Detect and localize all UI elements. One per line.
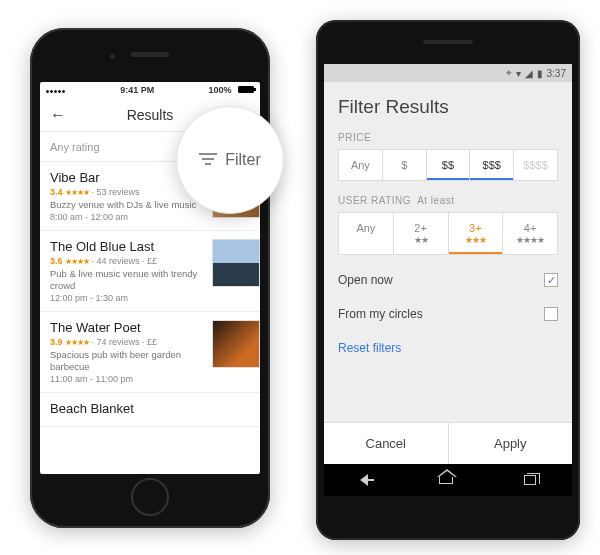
venue-meta: 3.9 ★★★★ · 74 reviews · ££ xyxy=(50,337,206,347)
apply-button[interactable]: Apply xyxy=(449,423,573,464)
price-option-any[interactable]: Any xyxy=(339,150,383,180)
android-status-bar: ⌖ ▾ ◢ ▮ 3:37 xyxy=(324,64,572,82)
android-screen: ⌖ ▾ ◢ ▮ 3:37 Filter Results PRICE Any $ … xyxy=(324,64,572,496)
battery-text: 100% xyxy=(208,85,231,95)
star-icon: ★★★★ xyxy=(65,188,89,197)
price-option-3[interactable]: $$$ xyxy=(470,150,514,180)
venue-hours: 8:00 am - 12:00 am xyxy=(50,212,206,222)
rating-segmented: Any 2+ ★★ 3+ ★★★ 4+ ★★★★ xyxy=(338,212,558,255)
venue-meta: 3.6 ★★★★ · 44 reviews · ££ xyxy=(50,256,206,266)
open-now-label: Open now xyxy=(338,273,393,287)
action-bar: Cancel Apply xyxy=(324,422,572,464)
rating-label: USER RATING At least xyxy=(324,189,572,212)
status-battery-group: 100% xyxy=(208,85,254,95)
rating-option-4[interactable]: 4+ ★★★★ xyxy=(503,213,557,254)
cancel-button[interactable]: Cancel xyxy=(324,423,449,464)
venue-desc: Pub & live music venue with trendy crowd xyxy=(50,268,206,291)
status-time: 3:37 xyxy=(547,68,566,79)
from-circles-checkbox[interactable] xyxy=(544,307,558,321)
price-label: PRICE xyxy=(324,126,572,149)
battery-icon: ▮ xyxy=(537,68,543,79)
nav-recent-icon[interactable] xyxy=(524,475,536,485)
battery-icon xyxy=(238,86,254,93)
venue-desc: Spacious pub with beer garden barbecue xyxy=(50,349,206,372)
star-icon: ★★★★ xyxy=(65,338,89,347)
iphone-device: 9:41 PM 100% ← Results Any rating Vibe B… xyxy=(30,28,270,528)
list-item[interactable]: Beach Blanket xyxy=(40,393,260,427)
page-title: Filter Results xyxy=(324,82,572,126)
list-item[interactable]: The Water Poet 3.9 ★★★★ · 74 reviews · £… xyxy=(40,312,260,393)
from-circles-label: From my circles xyxy=(338,307,423,321)
venue-name: The Water Poet xyxy=(50,320,206,335)
nav-home-icon[interactable] xyxy=(439,476,453,484)
price-option-1[interactable]: $ xyxy=(383,150,427,180)
open-now-row[interactable]: Open now ✓ xyxy=(324,263,572,297)
signal-icon xyxy=(46,85,66,95)
price-segmented: Any $ $$ $$$ $$$$ xyxy=(338,149,558,181)
venue-name: The Old Blue Last xyxy=(50,239,206,254)
venue-meta: 3.4 ★★★★ · 53 reviews xyxy=(50,187,206,197)
venue-thumbnail xyxy=(212,320,260,368)
rating-option-2[interactable]: 2+ ★★ xyxy=(394,213,449,254)
android-device: ⌖ ▾ ◢ ▮ 3:37 Filter Results PRICE Any $ … xyxy=(316,20,580,540)
venue-name: Beach Blanket xyxy=(50,401,254,416)
star-icon: ★★★★ xyxy=(65,257,89,266)
reset-filters-link[interactable]: Reset filters xyxy=(324,331,572,365)
list-item[interactable]: The Old Blue Last 3.6 ★★★★ · 44 reviews … xyxy=(40,231,260,312)
filter-button-label[interactable]: Filter xyxy=(225,151,261,169)
rating-option-3[interactable]: 3+ ★★★ xyxy=(449,213,504,254)
from-circles-row[interactable]: From my circles xyxy=(324,297,572,331)
status-time: 9:41 PM xyxy=(120,85,154,95)
star-icon: ★★★★ xyxy=(503,235,557,245)
android-nav-bar xyxy=(324,464,572,496)
star-icon: ★★ xyxy=(394,235,448,245)
venue-hours: 12:00 pm - 1:30 am xyxy=(50,293,206,303)
price-option-4[interactable]: $$$$ xyxy=(514,150,557,180)
filter-magnifier: Filter xyxy=(176,106,284,214)
any-rating-filter[interactable]: Any rating xyxy=(50,141,100,153)
venue-desc: Buzzy venue with DJs & live music xyxy=(50,199,206,210)
ios-status-bar: 9:41 PM 100% xyxy=(40,82,260,98)
open-now-checkbox[interactable]: ✓ xyxy=(544,273,558,287)
camera-dot xyxy=(110,54,115,59)
location-icon: ⌖ xyxy=(506,67,512,79)
filter-icon[interactable] xyxy=(199,153,217,167)
price-option-2[interactable]: $$ xyxy=(427,150,471,180)
signal-icon: ◢ xyxy=(525,68,533,79)
star-icon: ★★★ xyxy=(449,235,503,245)
venue-thumbnail xyxy=(212,239,260,287)
nav-back-icon[interactable] xyxy=(360,474,368,486)
wifi-icon: ▾ xyxy=(516,68,521,79)
rating-option-any[interactable]: Any xyxy=(339,213,394,254)
venue-hours: 11:00 am - 11:00 pm xyxy=(50,374,206,384)
